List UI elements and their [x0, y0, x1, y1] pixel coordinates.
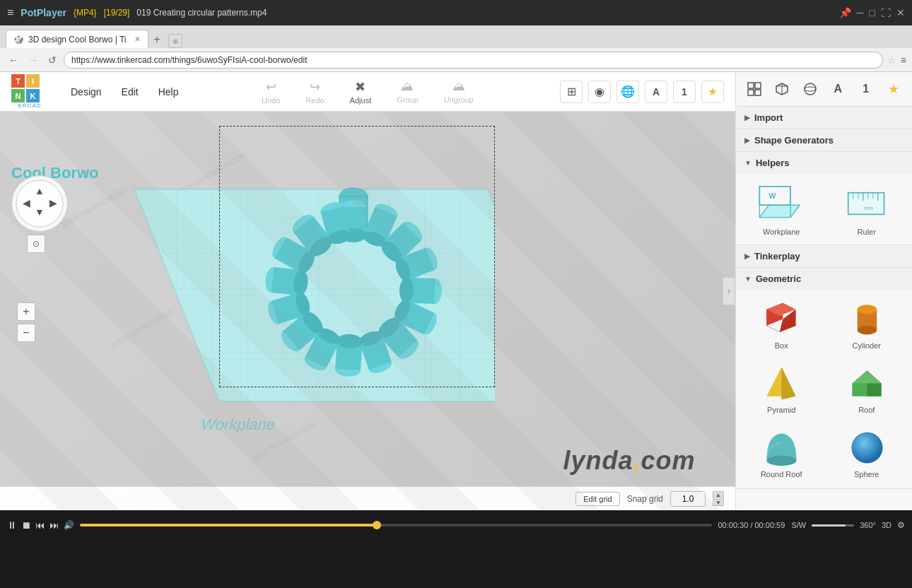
menu-icon[interactable]: ≡: [7, 6, 13, 19]
geometric-header[interactable]: ▼ Geometric: [736, 268, 912, 290]
grid-view-button[interactable]: ⊞: [560, 81, 583, 103]
refresh-button[interactable]: ↺: [45, 53, 59, 67]
next-button[interactable]: ⏭: [49, 519, 59, 531]
bookmark-star[interactable]: ☆: [887, 54, 896, 66]
time-current: 00:00:30: [718, 521, 748, 529]
speed-label[interactable]: 360°: [860, 521, 876, 529]
progress-thumb: [373, 521, 381, 529]
fullscreen-button[interactable]: ⛶: [881, 7, 891, 18]
browser-menu-button[interactable]: ≡: [901, 54, 906, 66]
logo-i: I: [26, 74, 40, 88]
navigation-control[interactable]: ▲ ▼ ◀ ▶ ⊙: [11, 175, 68, 253]
volume-bar[interactable]: [812, 524, 854, 527]
tab-close-button[interactable]: ✕: [134, 35, 141, 44]
cylinder-icon: [846, 300, 888, 339]
main-content: T I N K ERCAD Design Edit Help ↩ Undo ↪: [0, 72, 912, 510]
back-button[interactable]: ←: [6, 53, 21, 67]
group-button[interactable]: ⛰ Group: [391, 76, 424, 107]
settings-button[interactable]: ⚙: [897, 520, 905, 530]
tc-right-tools: ⊞ ◉ 🌐 A 1 ★: [560, 81, 724, 103]
prev-button[interactable]: ⏮: [35, 519, 45, 531]
volume-button[interactable]: 🔊: [64, 520, 74, 530]
star-tool-button[interactable]: ★: [701, 81, 724, 103]
round-roof-shape[interactable]: Round Roof: [742, 424, 822, 483]
tinkercad-toolbar: T I N K ERCAD Design Edit Help ↩ Undo ↪: [0, 72, 735, 112]
3d-view-button[interactable]: ◉: [588, 81, 611, 103]
nav-help[interactable]: Help: [150, 82, 187, 102]
shape-generators-section: ▶ Shape Generators: [736, 129, 912, 152]
logo-n: N: [11, 89, 25, 102]
workplane-helper[interactable]: W Workplane: [742, 180, 822, 239]
pin-button[interactable]: 📌: [839, 7, 851, 18]
sphere-shape[interactable]: Sphere: [827, 424, 907, 483]
view-top-button[interactable]: ⊙: [27, 235, 45, 253]
import-header[interactable]: ▶ Import: [736, 107, 912, 129]
box-shape[interactable]: Box: [742, 295, 822, 354]
svg-text:▶: ▶: [49, 197, 57, 208]
address-bar: ← → ↺ https://www.tinkercad.com/things/6…: [0, 48, 912, 72]
circular-pattern: Workplane: [35, 147, 460, 500]
minimize-button[interactable]: ─: [857, 7, 864, 18]
nav-edit[interactable]: Edit: [113, 82, 147, 102]
svg-rect-63: [755, 90, 761, 95]
sg-chevron: ▶: [744, 136, 750, 144]
undo-label: Undo: [262, 96, 280, 105]
roof-shape[interactable]: Roof: [827, 360, 907, 418]
progress-bar-container[interactable]: [80, 524, 712, 527]
edit-grid-button[interactable]: Edit grid: [575, 492, 619, 506]
cube-icon-button[interactable]: [770, 76, 795, 102]
svg-point-90: [857, 305, 877, 314]
quality-label[interactable]: 3D: [882, 521, 891, 529]
box-icon: [760, 300, 802, 339]
globe-view-button[interactable]: 🌐: [616, 81, 639, 103]
svg-rect-62: [748, 90, 754, 95]
cylinder-shape[interactable]: Cylinder: [827, 295, 907, 354]
helpers-header[interactable]: ▼ Helpers: [736, 152, 912, 174]
browser-tab[interactable]: 🎲 3D design Cool Borwo | Ti... ✕: [6, 30, 148, 48]
tinkerplay-section: ▶ Tinkerplay: [736, 245, 912, 268]
viewport[interactable]: 3DDESIGNSCHOOL 3DDESIGNSCHOOL 3DDESIGNSC…: [0, 112, 735, 510]
svg-point-67: [805, 83, 816, 95]
helpers-section: ▼ Helpers W: [736, 152, 912, 245]
ruler-label: Ruler: [858, 228, 876, 236]
roof-label: Roof: [858, 406, 875, 414]
zoom-in-button[interactable]: +: [17, 302, 35, 321]
text-tool-button[interactable]: A: [645, 81, 667, 103]
ungroup-button[interactable]: ⛰ Ungroup: [438, 76, 479, 107]
redo-button[interactable]: ↪ Redo: [300, 76, 329, 107]
text-icon-button[interactable]: A: [826, 76, 851, 102]
nav-design[interactable]: Design: [62, 82, 110, 102]
pyramid-shape[interactable]: Pyramid: [742, 360, 822, 418]
svg-marker-93: [782, 368, 796, 400]
number-tool-button[interactable]: 1: [673, 81, 696, 103]
new-tab-button[interactable]: +: [148, 31, 165, 48]
star-icon-button[interactable]: ★: [882, 76, 907, 102]
undo-button[interactable]: ↩ Undo: [256, 76, 286, 107]
ruler-helper[interactable]: mm Ruler: [827, 180, 907, 239]
maximize-button[interactable]: □: [870, 7, 875, 18]
sphere-icon-button[interactable]: [797, 76, 823, 102]
stop-button[interactable]: ⏹: [21, 519, 31, 531]
svg-text:▼: ▼: [35, 206, 45, 218]
adjust-label: Adjust: [350, 96, 372, 105]
number-icon-button[interactable]: 1: [853, 76, 879, 102]
tc-nav: Design Edit Help: [62, 82, 187, 102]
snap-stepper[interactable]: ▲ ▼: [713, 491, 724, 506]
pause-button[interactable]: ⏸: [7, 519, 17, 531]
snap-grid-input[interactable]: [670, 491, 706, 507]
panel-collapse-button[interactable]: ›: [723, 277, 735, 305]
logo-k: K: [26, 89, 40, 102]
zoom-out-button[interactable]: −: [17, 324, 35, 342]
tinkercad-logo: T I N K ERCAD: [11, 74, 48, 109]
right-controls: 360° 3D ⚙: [812, 520, 905, 530]
sw-label: S/W: [791, 521, 806, 529]
nav-cube[interactable]: ▲ ▼ ◀ ▶: [11, 175, 68, 232]
close-button[interactable]: ✕: [896, 7, 905, 18]
tinkerplay-header[interactable]: ▶ Tinkerplay: [736, 245, 912, 267]
shape-generators-header[interactable]: ▶ Shape Generators: [736, 129, 912, 151]
adjust-button[interactable]: ✖ Adjust: [344, 76, 378, 107]
forward-button[interactable]: →: [25, 53, 41, 67]
url-box[interactable]: https://www.tinkercad.com/things/6uwoSyF…: [64, 52, 883, 69]
tinkerplay-label: Tinkerplay: [754, 251, 800, 261]
grid-icon-button[interactable]: [742, 76, 767, 102]
